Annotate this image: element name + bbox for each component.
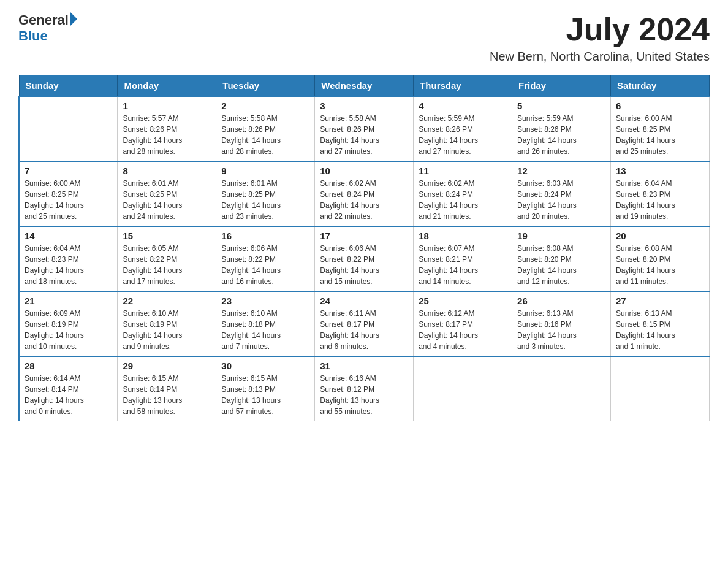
column-header-sunday: Sunday	[19, 75, 118, 97]
calendar-cell	[512, 356, 611, 421]
calendar-cell: 18Sunrise: 6:07 AM Sunset: 8:21 PM Dayli…	[414, 226, 512, 291]
calendar-cell: 21Sunrise: 6:09 AM Sunset: 8:19 PM Dayli…	[19, 291, 118, 356]
calendar-cell: 1Sunrise: 5:57 AM Sunset: 8:26 PM Daylig…	[118, 96, 216, 161]
calendar-cell: 28Sunrise: 6:14 AM Sunset: 8:14 PM Dayli…	[19, 356, 118, 421]
calendar-cell: 31Sunrise: 6:16 AM Sunset: 8:12 PM Dayli…	[315, 356, 414, 421]
day-number: 24	[320, 296, 408, 306]
calendar-cell: 7Sunrise: 6:00 AM Sunset: 8:25 PM Daylig…	[19, 161, 118, 226]
calendar-cell: 24Sunrise: 6:11 AM Sunset: 8:17 PM Dayli…	[315, 291, 414, 356]
day-info: Sunrise: 6:13 AM Sunset: 8:16 PM Dayligh…	[517, 308, 605, 352]
calendar-cell: 5Sunrise: 5:59 AM Sunset: 8:26 PM Daylig…	[512, 96, 611, 161]
day-info: Sunrise: 6:01 AM Sunset: 8:25 PM Dayligh…	[221, 178, 309, 222]
day-number: 8	[123, 166, 211, 176]
calendar-cell: 2Sunrise: 5:58 AM Sunset: 8:26 PM Daylig…	[216, 96, 315, 161]
day-number: 3	[320, 101, 408, 111]
day-info: Sunrise: 6:11 AM Sunset: 8:17 PM Dayligh…	[320, 308, 408, 352]
day-info: Sunrise: 6:05 AM Sunset: 8:22 PM Dayligh…	[123, 243, 211, 287]
day-info: Sunrise: 6:16 AM Sunset: 8:12 PM Dayligh…	[320, 373, 408, 417]
day-info: Sunrise: 6:06 AM Sunset: 8:22 PM Dayligh…	[221, 243, 309, 287]
day-number: 9	[221, 166, 309, 176]
calendar-cell: 16Sunrise: 6:06 AM Sunset: 8:22 PM Dayli…	[216, 226, 315, 291]
calendar-cell: 30Sunrise: 6:15 AM Sunset: 8:13 PM Dayli…	[216, 356, 315, 421]
day-info: Sunrise: 6:07 AM Sunset: 8:21 PM Dayligh…	[419, 243, 507, 287]
calendar-cell: 23Sunrise: 6:10 AM Sunset: 8:18 PM Dayli…	[216, 291, 315, 356]
calendar-cell: 3Sunrise: 5:58 AM Sunset: 8:26 PM Daylig…	[315, 96, 414, 161]
calendar-cell: 6Sunrise: 6:00 AM Sunset: 8:25 PM Daylig…	[611, 96, 710, 161]
calendar-cell: 10Sunrise: 6:02 AM Sunset: 8:24 PM Dayli…	[315, 161, 414, 226]
day-info: Sunrise: 6:08 AM Sunset: 8:20 PM Dayligh…	[517, 243, 605, 287]
day-info: Sunrise: 6:14 AM Sunset: 8:14 PM Dayligh…	[25, 373, 112, 417]
title-block: July 2024 New Bern, North Carolina, Unit…	[490, 12, 710, 64]
calendar-cell	[611, 356, 710, 421]
day-info: Sunrise: 6:10 AM Sunset: 8:19 PM Dayligh…	[123, 308, 211, 352]
week-row-1: 1Sunrise: 5:57 AM Sunset: 8:26 PM Daylig…	[19, 96, 710, 161]
day-info: Sunrise: 6:04 AM Sunset: 8:23 PM Dayligh…	[616, 178, 704, 222]
day-number: 6	[616, 101, 704, 111]
day-number: 15	[123, 231, 211, 241]
day-number: 20	[616, 231, 704, 241]
day-number: 21	[25, 296, 112, 306]
day-info: Sunrise: 6:13 AM Sunset: 8:15 PM Dayligh…	[616, 308, 704, 352]
week-row-5: 28Sunrise: 6:14 AM Sunset: 8:14 PM Dayli…	[19, 356, 710, 421]
week-row-4: 21Sunrise: 6:09 AM Sunset: 8:19 PM Dayli…	[19, 291, 710, 356]
day-info: Sunrise: 6:03 AM Sunset: 8:24 PM Dayligh…	[517, 178, 605, 222]
day-number: 23	[221, 296, 309, 306]
week-row-3: 14Sunrise: 6:04 AM Sunset: 8:23 PM Dayli…	[19, 226, 710, 291]
calendar-cell: 14Sunrise: 6:04 AM Sunset: 8:23 PM Dayli…	[19, 226, 118, 291]
day-info: Sunrise: 6:08 AM Sunset: 8:20 PM Dayligh…	[616, 243, 704, 287]
day-info: Sunrise: 5:58 AM Sunset: 8:26 PM Dayligh…	[320, 113, 408, 157]
calendar-cell: 26Sunrise: 6:13 AM Sunset: 8:16 PM Dayli…	[512, 291, 611, 356]
column-header-thursday: Thursday	[414, 75, 512, 97]
column-header-wednesday: Wednesday	[315, 75, 414, 97]
day-number: 26	[517, 296, 605, 306]
calendar-cell	[19, 96, 118, 161]
day-number: 27	[616, 296, 704, 306]
day-number: 31	[320, 361, 408, 371]
day-info: Sunrise: 6:04 AM Sunset: 8:23 PM Dayligh…	[25, 243, 112, 287]
day-info: Sunrise: 5:57 AM Sunset: 8:26 PM Dayligh…	[123, 113, 211, 157]
day-info: Sunrise: 6:02 AM Sunset: 8:24 PM Dayligh…	[320, 178, 408, 222]
calendar-cell: 29Sunrise: 6:15 AM Sunset: 8:14 PM Dayli…	[118, 356, 216, 421]
calendar-cell: 4Sunrise: 5:59 AM Sunset: 8:26 PM Daylig…	[414, 96, 512, 161]
day-number: 10	[320, 166, 408, 176]
day-info: Sunrise: 6:12 AM Sunset: 8:17 PM Dayligh…	[419, 308, 507, 352]
day-number: 16	[221, 231, 309, 241]
day-number: 14	[25, 231, 112, 241]
calendar-cell: 9Sunrise: 6:01 AM Sunset: 8:25 PM Daylig…	[216, 161, 315, 226]
day-number: 28	[25, 361, 112, 371]
day-number: 7	[25, 166, 112, 176]
calendar-cell: 8Sunrise: 6:01 AM Sunset: 8:25 PM Daylig…	[118, 161, 216, 226]
day-info: Sunrise: 6:02 AM Sunset: 8:24 PM Dayligh…	[419, 178, 507, 222]
day-info: Sunrise: 5:59 AM Sunset: 8:26 PM Dayligh…	[517, 113, 605, 157]
day-number: 22	[123, 296, 211, 306]
day-number: 4	[419, 101, 507, 111]
day-number: 18	[419, 231, 507, 241]
day-number: 2	[221, 101, 309, 111]
day-info: Sunrise: 6:09 AM Sunset: 8:19 PM Dayligh…	[25, 308, 112, 352]
calendar-cell: 15Sunrise: 6:05 AM Sunset: 8:22 PM Dayli…	[118, 226, 216, 291]
day-number: 29	[123, 361, 211, 371]
calendar-cell: 22Sunrise: 6:10 AM Sunset: 8:19 PM Dayli…	[118, 291, 216, 356]
month-year-title: July 2024	[490, 12, 710, 47]
calendar-cell: 20Sunrise: 6:08 AM Sunset: 8:20 PM Dayli…	[611, 226, 710, 291]
day-number: 25	[419, 296, 507, 306]
week-row-2: 7Sunrise: 6:00 AM Sunset: 8:25 PM Daylig…	[19, 161, 710, 226]
calendar-header-row: SundayMondayTuesdayWednesdayThursdayFrid…	[19, 75, 710, 97]
column-header-friday: Friday	[512, 75, 611, 97]
calendar-cell: 17Sunrise: 6:06 AM Sunset: 8:22 PM Dayli…	[315, 226, 414, 291]
day-number: 17	[320, 231, 408, 241]
logo-blue-text: Blue	[18, 28, 48, 44]
day-number: 12	[517, 166, 605, 176]
calendar-cell	[414, 356, 512, 421]
day-number: 19	[517, 231, 605, 241]
calendar-cell: 11Sunrise: 6:02 AM Sunset: 8:24 PM Dayli…	[414, 161, 512, 226]
day-info: Sunrise: 5:58 AM Sunset: 8:26 PM Dayligh…	[221, 113, 309, 157]
day-number: 30	[221, 361, 309, 371]
location-subtitle: New Bern, North Carolina, United States	[490, 50, 710, 64]
day-info: Sunrise: 5:59 AM Sunset: 8:26 PM Dayligh…	[419, 113, 507, 157]
logo-arrow-icon	[70, 12, 77, 26]
day-info: Sunrise: 6:00 AM Sunset: 8:25 PM Dayligh…	[25, 178, 112, 222]
day-info: Sunrise: 6:06 AM Sunset: 8:22 PM Dayligh…	[320, 243, 408, 287]
day-info: Sunrise: 6:15 AM Sunset: 8:14 PM Dayligh…	[123, 373, 211, 417]
column-header-tuesday: Tuesday	[216, 75, 315, 97]
